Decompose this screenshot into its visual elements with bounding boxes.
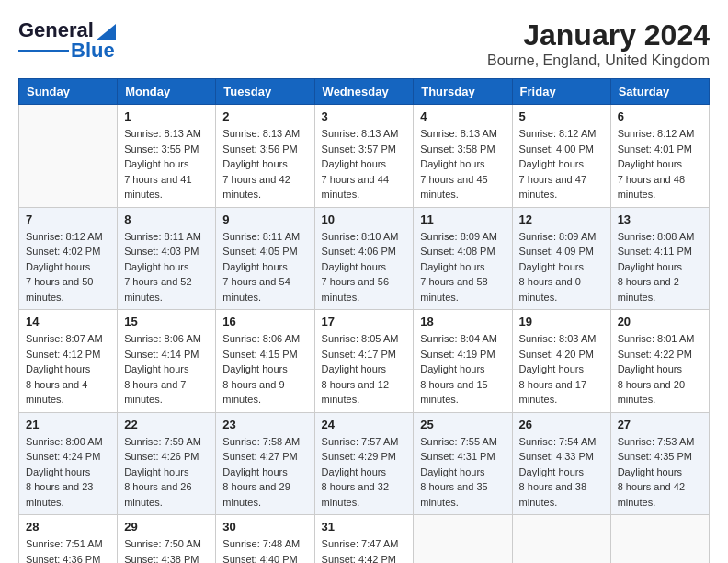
calendar-cell: 6Sunrise: 8:12 AMSunset: 4:01 PMDaylight… <box>610 105 709 208</box>
day-number: 23 <box>222 418 307 431</box>
day-number: 5 <box>519 109 604 123</box>
calendar-cell: 14Sunrise: 8:07 AMSunset: 4:12 PMDayligh… <box>19 310 118 413</box>
day-info: Sunrise: 8:13 AMSunset: 3:55 PMDaylight … <box>124 126 209 202</box>
day-info: Sunrise: 7:59 AMSunset: 4:26 PMDaylight … <box>124 434 209 511</box>
day-number: 16 <box>222 315 307 328</box>
calendar-header-tuesday: Tuesday <box>216 79 314 105</box>
day-number: 22 <box>124 418 209 431</box>
day-info: Sunrise: 8:12 AMSunset: 4:01 PMDaylight … <box>618 126 702 202</box>
page-subtitle: Bourne, England, United Kingdom <box>487 52 710 69</box>
calendar-cell: 7Sunrise: 8:12 AMSunset: 4:02 PMDaylight… <box>19 207 118 310</box>
day-number: 27 <box>618 418 702 431</box>
calendar-cell: 29Sunrise: 7:50 AMSunset: 4:38 PMDayligh… <box>118 515 216 564</box>
day-number: 28 <box>26 520 110 534</box>
day-info: Sunrise: 8:06 AMSunset: 4:15 PMDaylight … <box>222 331 307 408</box>
day-info: Sunrise: 7:47 AMSunset: 4:42 PMDaylight … <box>322 536 407 563</box>
calendar-cell: 5Sunrise: 8:12 AMSunset: 4:00 PMDaylight… <box>512 105 610 208</box>
day-number: 18 <box>420 315 505 328</box>
calendar-cell: 8Sunrise: 8:11 AMSunset: 4:03 PMDaylight… <box>118 207 216 310</box>
day-info: Sunrise: 8:01 AMSunset: 4:22 PMDaylight … <box>618 331 702 408</box>
calendar-cell: 31Sunrise: 7:47 AMSunset: 4:42 PMDayligh… <box>314 515 414 564</box>
calendar-cell: 17Sunrise: 8:05 AMSunset: 4:17 PMDayligh… <box>314 310 414 413</box>
calendar-cell: 24Sunrise: 7:57 AMSunset: 4:29 PMDayligh… <box>314 412 414 515</box>
day-info: Sunrise: 8:12 AMSunset: 4:02 PMDaylight … <box>26 229 110 305</box>
calendar-header-thursday: Thursday <box>414 79 512 105</box>
day-info: Sunrise: 7:53 AMSunset: 4:35 PMDaylight … <box>618 434 702 511</box>
calendar-cell: 4Sunrise: 8:13 AMSunset: 3:58 PMDaylight… <box>414 105 512 208</box>
day-info: Sunrise: 8:09 AMSunset: 4:09 PMDaylight … <box>519 229 604 305</box>
calendar-cell <box>512 515 610 564</box>
calendar-cell: 16Sunrise: 8:06 AMSunset: 4:15 PMDayligh… <box>216 310 314 413</box>
day-number: 31 <box>322 520 407 534</box>
calendar-header-saturday: Saturday <box>610 79 709 105</box>
calendar-week-row: 1Sunrise: 8:13 AMSunset: 3:55 PMDaylight… <box>19 105 710 208</box>
day-info: Sunrise: 8:03 AMSunset: 4:20 PMDaylight … <box>519 331 604 408</box>
day-number: 6 <box>618 109 702 123</box>
day-number: 14 <box>26 315 110 328</box>
calendar-cell: 23Sunrise: 7:58 AMSunset: 4:27 PMDayligh… <box>216 412 314 515</box>
day-info: Sunrise: 8:11 AMSunset: 4:05 PMDaylight … <box>222 229 307 305</box>
calendar-cell: 12Sunrise: 8:09 AMSunset: 4:09 PMDayligh… <box>512 207 610 310</box>
day-number: 1 <box>124 109 209 123</box>
day-number: 17 <box>322 315 407 328</box>
calendar-cell: 20Sunrise: 8:01 AMSunset: 4:22 PMDayligh… <box>610 310 709 413</box>
day-info: Sunrise: 8:04 AMSunset: 4:19 PMDaylight … <box>420 331 505 408</box>
logo-blue: Blue <box>71 39 115 63</box>
day-number: 3 <box>322 109 407 123</box>
logo: General Blue <box>18 18 116 63</box>
calendar-cell: 26Sunrise: 7:54 AMSunset: 4:33 PMDayligh… <box>512 412 610 515</box>
calendar-header-wednesday: Wednesday <box>314 79 414 105</box>
day-info: Sunrise: 8:12 AMSunset: 4:00 PMDaylight … <box>519 126 604 202</box>
title-area: January 2024 Bourne, England, United Kin… <box>487 18 710 69</box>
day-number: 21 <box>26 418 110 431</box>
day-info: Sunrise: 8:13 AMSunset: 3:58 PMDaylight … <box>420 126 505 202</box>
day-info: Sunrise: 8:08 AMSunset: 4:11 PMDaylight … <box>618 229 702 305</box>
calendar-week-row: 14Sunrise: 8:07 AMSunset: 4:12 PMDayligh… <box>19 310 710 413</box>
day-info: Sunrise: 8:00 AMSunset: 4:24 PMDaylight … <box>26 434 110 511</box>
header: General Blue January 2024 Bourne, Englan… <box>18 18 710 69</box>
calendar-cell: 10Sunrise: 8:10 AMSunset: 4:06 PMDayligh… <box>314 207 414 310</box>
calendar-cell: 11Sunrise: 8:09 AMSunset: 4:08 PMDayligh… <box>414 207 512 310</box>
day-info: Sunrise: 8:13 AMSunset: 3:56 PMDaylight … <box>222 126 307 202</box>
calendar-header-monday: Monday <box>118 79 216 105</box>
day-info: Sunrise: 8:05 AMSunset: 4:17 PMDaylight … <box>322 331 407 408</box>
calendar-cell: 3Sunrise: 8:13 AMSunset: 3:57 PMDaylight… <box>314 105 414 208</box>
calendar-header-row: SundayMondayTuesdayWednesdayThursdayFrid… <box>19 79 710 105</box>
day-info: Sunrise: 7:50 AMSunset: 4:38 PMDaylight … <box>124 536 209 563</box>
calendar-header-sunday: Sunday <box>19 79 118 105</box>
day-info: Sunrise: 7:57 AMSunset: 4:29 PMDaylight … <box>322 434 407 511</box>
calendar-cell: 28Sunrise: 7:51 AMSunset: 4:36 PMDayligh… <box>19 515 118 564</box>
day-number: 20 <box>618 315 702 328</box>
calendar-cell: 13Sunrise: 8:08 AMSunset: 4:11 PMDayligh… <box>610 207 709 310</box>
day-info: Sunrise: 8:06 AMSunset: 4:14 PMDaylight … <box>124 331 209 408</box>
day-number: 30 <box>222 520 307 534</box>
calendar-cell: 1Sunrise: 8:13 AMSunset: 3:55 PMDaylight… <box>118 105 216 208</box>
calendar-cell: 25Sunrise: 7:55 AMSunset: 4:31 PMDayligh… <box>414 412 512 515</box>
day-number: 8 <box>124 213 209 226</box>
day-info: Sunrise: 8:09 AMSunset: 4:08 PMDaylight … <box>420 229 505 305</box>
calendar-cell <box>610 515 709 564</box>
day-info: Sunrise: 8:07 AMSunset: 4:12 PMDaylight … <box>26 331 110 408</box>
day-info: Sunrise: 8:11 AMSunset: 4:03 PMDaylight … <box>124 229 209 305</box>
day-number: 4 <box>420 109 505 123</box>
day-info: Sunrise: 7:58 AMSunset: 4:27 PMDaylight … <box>222 434 307 511</box>
calendar-header-friday: Friday <box>512 79 610 105</box>
day-number: 24 <box>322 418 407 431</box>
logo-underline <box>18 50 69 52</box>
calendar-cell: 18Sunrise: 8:04 AMSunset: 4:19 PMDayligh… <box>414 310 512 413</box>
calendar-cell: 19Sunrise: 8:03 AMSunset: 4:20 PMDayligh… <box>512 310 610 413</box>
calendar-cell: 27Sunrise: 7:53 AMSunset: 4:35 PMDayligh… <box>610 412 709 515</box>
day-info: Sunrise: 8:13 AMSunset: 3:57 PMDaylight … <box>322 126 407 202</box>
calendar-week-row: 7Sunrise: 8:12 AMSunset: 4:02 PMDaylight… <box>19 207 710 310</box>
calendar-week-row: 21Sunrise: 8:00 AMSunset: 4:24 PMDayligh… <box>19 412 710 515</box>
day-number: 2 <box>222 109 307 123</box>
calendar-cell: 2Sunrise: 8:13 AMSunset: 3:56 PMDaylight… <box>216 105 314 208</box>
day-info: Sunrise: 7:55 AMSunset: 4:31 PMDaylight … <box>420 434 505 511</box>
calendar-cell <box>414 515 512 564</box>
calendar-cell: 30Sunrise: 7:48 AMSunset: 4:40 PMDayligh… <box>216 515 314 564</box>
day-number: 25 <box>420 418 505 431</box>
day-number: 29 <box>124 520 209 534</box>
calendar-cell: 22Sunrise: 7:59 AMSunset: 4:26 PMDayligh… <box>118 412 216 515</box>
calendar-table: SundayMondayTuesdayWednesdayThursdayFrid… <box>18 78 710 563</box>
day-number: 7 <box>26 213 110 226</box>
